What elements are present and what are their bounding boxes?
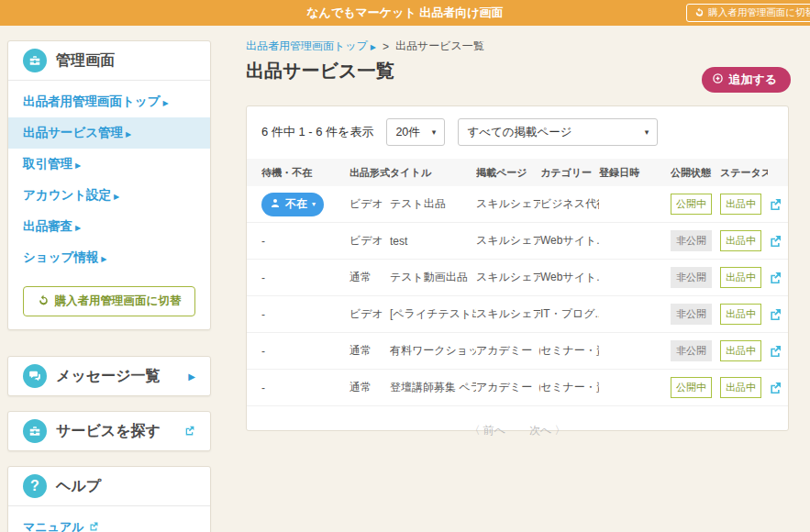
col-registered: 登録日時 bbox=[599, 166, 671, 180]
find-services-card[interactable]: サービスを探す bbox=[7, 411, 211, 451]
pagination-prev-button[interactable]: 〈 前へ bbox=[469, 423, 505, 438]
external-link-icon bbox=[88, 521, 99, 532]
external-link-icon bbox=[183, 425, 195, 438]
chevron-right-icon: ▶ bbox=[75, 161, 81, 170]
add-service-button[interactable]: 追加する bbox=[702, 67, 791, 93]
cell-format: ビデオ bbox=[350, 196, 390, 212]
switch-to-buyer-sidebar-button[interactable]: 購入者用管理画面に切替 bbox=[23, 286, 195, 316]
cell-title: テスト動画出品 bbox=[390, 270, 476, 285]
col-status: ステータス bbox=[720, 166, 768, 180]
admin-menu-title: 管理画面 bbox=[56, 51, 115, 71]
switch-to-buyer-button[interactable]: 購入者用管理画面に切替 bbox=[686, 4, 810, 22]
chevron-right-icon: ▶ bbox=[126, 130, 131, 139]
chevron-down-icon: ▾ bbox=[432, 127, 437, 137]
sidebar-item-transactions[interactable]: 取引管理▶ bbox=[8, 149, 210, 180]
briefcase-icon bbox=[23, 419, 47, 443]
messages-title: メッセージ一覧 bbox=[56, 367, 161, 386]
chevron-right-icon: ▶ bbox=[114, 193, 119, 201]
table-header: 待機・不在 出品形式 タイトル 掲載ページ カテゴリー 登録日時 公開状態 ステ… bbox=[247, 159, 788, 186]
status-badge: 出品中 bbox=[720, 194, 761, 215]
open-service-link[interactable] bbox=[768, 271, 790, 285]
admin-menu-header: 管理画面 bbox=[8, 41, 210, 80]
cell-category: IT・プログ... bbox=[540, 306, 599, 322]
cell-page: スキルシェア... bbox=[476, 196, 540, 212]
cell-availability: - bbox=[261, 235, 350, 248]
cell-category: セミナー・資... bbox=[540, 343, 599, 359]
page-filter-select[interactable]: すべての掲載ページ ▾ bbox=[458, 118, 658, 146]
table-row: 不在 ▾ ビデオ テスト出品 スキルシェア... ビジネス代行... 公開中 出… bbox=[247, 186, 788, 223]
cell-availability: - bbox=[261, 382, 350, 394]
find-services-title: サービスを探す bbox=[56, 422, 161, 441]
person-icon bbox=[270, 197, 281, 211]
cell-availability: - bbox=[261, 345, 350, 358]
cell-format: ビデオ bbox=[350, 233, 390, 249]
visibility-badge: 非公開 bbox=[671, 304, 712, 325]
manual-link[interactable]: マニュアル bbox=[23, 519, 195, 532]
breadcrumb-separator: > bbox=[383, 40, 389, 53]
chevron-right-icon: ▶ bbox=[75, 224, 81, 232]
cell-page: スキルシェア... bbox=[476, 233, 540, 249]
visibility-badge: 非公開 bbox=[671, 230, 712, 251]
switch-to-buyer-label: 購入者用管理画面に切替 bbox=[708, 6, 810, 19]
chat-bubbles-icon bbox=[23, 364, 47, 388]
status-badge: 出品中 bbox=[720, 267, 761, 288]
cell-availability: - bbox=[261, 272, 350, 284]
breadcrumb-home-link[interactable]: 出品者用管理画面トップ▶ bbox=[246, 39, 376, 54]
sidebar-item-listing-review[interactable]: 出品審査▶ bbox=[8, 211, 210, 242]
add-service-label: 追加する bbox=[728, 72, 777, 88]
visibility-badge: 公開中 bbox=[671, 377, 712, 398]
page-title: 出品サービス一覧 bbox=[246, 59, 394, 83]
refresh-icon bbox=[38, 294, 50, 309]
col-title: タイトル bbox=[390, 166, 476, 180]
chevron-down-icon: ▾ bbox=[645, 127, 649, 137]
sidebar-item-account-settings[interactable]: アカウント設定▶ bbox=[8, 180, 210, 211]
sidebar-item-seller-top[interactable]: 出品者用管理画面トップ▶ bbox=[8, 86, 210, 117]
pagination-next-button[interactable]: 次へ 〉 bbox=[529, 423, 566, 438]
table-row: - ビデオ [ペライチテスト出品... スキルシェア... IT・プログ... … bbox=[247, 296, 788, 333]
cell-format: 通常 bbox=[350, 270, 390, 285]
chevron-right-icon: ▶ bbox=[371, 43, 376, 51]
sidebar-item-service-management[interactable]: 出品サービス管理▶ bbox=[8, 117, 210, 149]
open-service-link[interactable] bbox=[768, 234, 790, 249]
chevron-right-icon: ▶ bbox=[188, 371, 195, 382]
cell-format: 通常 bbox=[350, 343, 390, 359]
status-badge: 出品中 bbox=[720, 230, 761, 251]
availability-dropdown-button[interactable]: 不在 ▾ bbox=[261, 193, 324, 216]
open-service-link[interactable] bbox=[768, 344, 790, 359]
open-service-link[interactable] bbox=[768, 197, 790, 212]
sidebar: 管理画面 出品者用管理画面トップ▶ 出品サービス管理▶ 取引管理▶ アカウント設… bbox=[7, 40, 211, 532]
list-controls: 6 件中 1 - 6 件を表示 20件 ▾ すべての掲載ページ ▾ bbox=[247, 106, 788, 159]
breadcrumb: 出品者用管理画面トップ▶ > 出品サービス一覧 bbox=[246, 39, 484, 54]
open-service-link[interactable] bbox=[768, 307, 790, 322]
cell-page: アカデミー（... bbox=[476, 343, 540, 359]
switch-to-buyer-sidebar-label: 購入者用管理画面に切替 bbox=[55, 294, 182, 309]
status-badge: 出品中 bbox=[720, 304, 761, 325]
breadcrumb-current: 出品サービス一覧 bbox=[395, 39, 484, 54]
col-availability: 待機・不在 bbox=[261, 166, 350, 180]
help-card: ? ヘルプ マニュアル 基本的な操作の手順や、各機能の概要・各画面の細かい説明等… bbox=[7, 466, 211, 532]
briefcase-icon bbox=[23, 49, 47, 72]
cell-page: スキルシェア... bbox=[476, 270, 540, 285]
chevron-right-icon: ▶ bbox=[162, 99, 168, 107]
table-row: - ビデオ test スキルシェア... Webサイト... 非公開 出品中 bbox=[247, 223, 788, 260]
sidebar-item-shop-info[interactable]: ショップ情報▶ bbox=[8, 242, 210, 273]
admin-menu-card: 管理画面 出品者用管理画面トップ▶ 出品サービス管理▶ 取引管理▶ アカウント設… bbox=[7, 40, 211, 330]
per-page-select[interactable]: 20件 ▾ bbox=[386, 118, 445, 146]
col-page: 掲載ページ bbox=[476, 166, 540, 180]
visibility-badge: 非公開 bbox=[671, 267, 712, 288]
table-row: - 通常 登壇講師募集 ペライ... アカデミー（... セミナー・資... 公… bbox=[247, 370, 788, 406]
cell-page: アカデミー（... bbox=[476, 380, 540, 395]
cell-availability: - bbox=[261, 308, 350, 321]
status-badge: 出品中 bbox=[720, 340, 761, 361]
messages-card[interactable]: メッセージ一覧 ▶ bbox=[7, 356, 211, 396]
cell-format: 通常 bbox=[350, 380, 390, 395]
table-row: - 通常 テスト動画出品 スキルシェア... Webサイト... 非公開 出品中 bbox=[247, 260, 788, 296]
cell-category: Webサイト... bbox=[540, 233, 599, 249]
help-title: ヘルプ bbox=[56, 477, 101, 496]
pagination: 〈 前へ 次へ 〉 bbox=[247, 423, 788, 438]
open-service-link[interactable] bbox=[768, 381, 790, 395]
cell-title: [ペライチテスト出品... bbox=[390, 306, 476, 322]
cell-category: ビジネス代行... bbox=[540, 196, 599, 212]
visibility-badge: 非公開 bbox=[671, 340, 712, 361]
plus-circle-icon bbox=[712, 72, 724, 87]
